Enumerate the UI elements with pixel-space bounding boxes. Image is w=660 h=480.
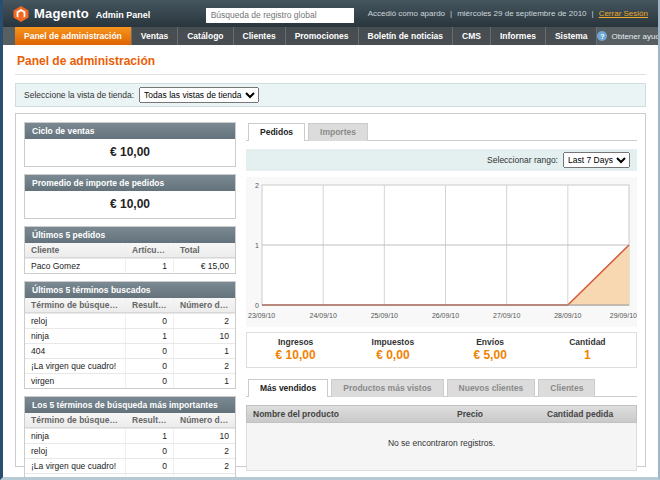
column-header-qty: Cantidad pedida [541, 406, 636, 422]
nav-item-customers[interactable]: Clientes [234, 27, 286, 45]
top-header: Magento Admin Panel Accedió como apardo … [3, 0, 658, 27]
table-cell: 0 [125, 359, 173, 373]
table-row[interactable]: reloj02 [25, 443, 235, 458]
total-value: € 0,00 [344, 348, 441, 362]
table-cell: 0 [125, 344, 173, 358]
tab-customers[interactable]: Clientes [538, 379, 595, 397]
table-cell: 2 [173, 359, 235, 373]
header-user-info: Accedió como apardo | miércoles 29 de se… [368, 9, 648, 18]
get-help-link[interactable]: ? Obtener ayuda para esta página [597, 27, 660, 45]
table-cell: ninja [25, 429, 125, 443]
table-cell: Número de usos [173, 298, 235, 312]
table-row[interactable]: reloj02 [25, 313, 235, 328]
table-row[interactable]: virgen01 [25, 373, 235, 388]
nav-item-dashboard[interactable]: Panel de administración [15, 27, 132, 45]
grid-tabs: Más vendidos Productos más vistos Nuevos… [246, 378, 637, 397]
nav-item-sales[interactable]: Ventas [132, 27, 178, 45]
nav-item-reports[interactable]: Informes [491, 27, 546, 45]
global-search [206, 4, 354, 23]
nav-item-cms[interactable]: CMS [453, 27, 491, 45]
svg-text:0: 0 [255, 302, 259, 309]
svg-text:27/09/10: 27/09/10 [493, 312, 520, 319]
total-label: Envíos [442, 337, 539, 347]
total-label: Impuestos [344, 337, 441, 347]
tab-amounts[interactable]: Importes [308, 123, 368, 141]
table-cell: Paco Gomez [25, 259, 125, 273]
table-cell: 404 [25, 344, 125, 358]
table-cell: 1 [173, 374, 235, 388]
total-quantity: Cantidad 1 [539, 337, 636, 362]
table-cell: 0 [125, 474, 173, 480]
logo-text: Magento [34, 6, 89, 21]
tab-bestsellers[interactable]: Más vendidos [248, 379, 328, 397]
svg-text:24/09/10: 24/09/10 [310, 312, 337, 319]
average-orders-widget: Promedio de importe de pedidos € 10,00 [24, 174, 236, 219]
table-cell: Total [173, 243, 235, 257]
table-row[interactable]: ¡La virgen que cuadro!02 [25, 358, 235, 373]
total-shipping: Envíos € 5,00 [442, 337, 539, 362]
products-table-header: Nombre del producto Precio Cantidad pedi… [246, 405, 637, 423]
total-value: € 5,00 [442, 348, 539, 362]
svg-text:28/09/10: 28/09/10 [554, 312, 581, 319]
table-cell: reloj [25, 314, 125, 328]
store-view-label: Seleccione la vista de tienda: [24, 90, 134, 100]
tab-orders[interactable]: Pedidos [248, 123, 305, 141]
column-header-product: Nombre del producto [247, 406, 451, 422]
magento-admin-page: Magento Admin Panel Accedió como apardo … [0, 0, 660, 480]
table-cell: 2 [173, 444, 235, 458]
store-view-select[interactable]: Todas las vistas de tienda [139, 87, 259, 103]
table-row[interactable]: 40401 [25, 473, 235, 480]
table-cell: reloj [25, 444, 125, 458]
table-row[interactable]: Paco Gomez1€ 15,00 [25, 258, 235, 273]
nav-item-newsletter[interactable]: Boletín de noticias [359, 27, 454, 45]
table-cell: 1 [173, 344, 235, 358]
logo-subtitle: Admin Panel [96, 10, 151, 20]
nav-item-promotions[interactable]: Promociones [286, 27, 359, 45]
last-orders-widget: Últimos 5 pedidos ClienteArtículosTotalP… [24, 226, 236, 274]
table-cell: 1 [125, 259, 173, 273]
orders-area-chart: 01223/09/1024/09/1025/09/1026/09/1027/09… [246, 177, 637, 327]
table-cell: 0 [125, 314, 173, 328]
lifetime-sales-value: € 10,00 [25, 139, 235, 166]
nav-item-system[interactable]: Sistema [546, 27, 598, 45]
table-header-row: Término de búsquedaResultadosNúmero de u… [25, 413, 235, 428]
range-select[interactable]: Last 7 Days [563, 152, 630, 168]
table-row[interactable]: 40401 [25, 343, 235, 358]
table-row[interactable]: ninja110 [25, 428, 235, 443]
tab-most-viewed[interactable]: Productos más vistos [331, 379, 443, 397]
svg-text:23/09/10: 23/09/10 [248, 312, 275, 319]
table-cell: Resultados [125, 298, 173, 312]
table-cell: Cliente [25, 243, 125, 257]
total-label: Cantidad [539, 337, 636, 347]
table-cell: Artículos [125, 243, 173, 257]
nav-item-catalog[interactable]: Catálogo [178, 27, 233, 45]
help-icon: ? [597, 31, 607, 41]
table-cell: € 15,00 [173, 259, 235, 273]
logout-link[interactable]: Cerrar Sesión [599, 9, 648, 18]
widget-title: Últimos 5 términos buscados [25, 282, 235, 298]
svg-text:29/09/10: 29/09/10 [610, 312, 637, 319]
table-row[interactable]: ¡La virgen que cuadro!02 [25, 458, 235, 473]
table-cell: ¡La virgen que cuadro! [25, 459, 125, 473]
total-tax: Impuestos € 0,00 [344, 337, 441, 362]
svg-text:26/09/10: 26/09/10 [432, 312, 459, 319]
magento-logo-icon [13, 6, 29, 22]
table-cell: Término de búsqueda [25, 413, 125, 427]
total-label: Ingresos [247, 337, 344, 347]
store-view-bar: Seleccione la vista de tienda: Todas las… [15, 83, 646, 107]
table-cell: ¡La virgen que cuadro! [25, 359, 125, 373]
main-navigation: Panel de administración Ventas Catálogo … [3, 27, 658, 45]
total-value: 1 [539, 348, 636, 362]
average-orders-value: € 10,00 [25, 191, 235, 218]
orders-chart-wrap: 01223/09/1024/09/1025/09/1026/09/1027/09… [246, 177, 637, 327]
tab-new-customers[interactable]: Nuevos clientes [447, 379, 536, 397]
help-label: Obtener ayuda para esta página [611, 32, 660, 41]
range-label: Seleccionar rango: [487, 155, 558, 165]
column-header-price: Precio [451, 406, 541, 422]
global-search-input[interactable] [206, 8, 354, 23]
table-cell: 0 [125, 444, 173, 458]
table-row[interactable]: ninja110 [25, 328, 235, 343]
dashboard-main-panel: Pedidos Importes Seleccionar rango: Last… [246, 122, 637, 458]
table-cell: 10 [173, 329, 235, 343]
svg-text:1: 1 [255, 242, 259, 249]
